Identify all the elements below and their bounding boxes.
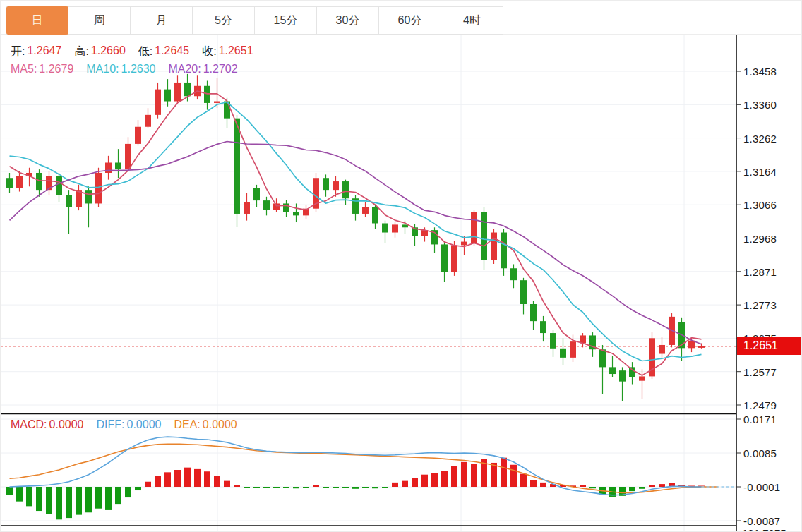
ma5-line [10,91,702,375]
candle-body [95,173,102,203]
candle-body [441,244,448,272]
candle-body [155,90,161,115]
macd-hist-bar [461,462,467,487]
candle-body [333,181,339,190]
candle-body [510,268,517,280]
candle-body [85,190,92,203]
macd-hist-bar [510,465,517,487]
legend-label: 收: [202,44,216,59]
timeframe-tab-bar: 日周月5分15分30分60分4时 [6,6,503,35]
macd-hist-bar [382,487,388,488]
macd-hist-bar [135,487,141,490]
price-axis-label: 1.3164 [743,165,777,177]
macd-hist-bar [639,487,645,489]
ohlc-legend-item: 收:1.2651 [202,44,253,59]
price-axis-label: 1.2577 [743,365,777,377]
ma20-line [10,142,702,344]
macd-hist-bar [362,487,369,488]
candle-body [471,212,477,243]
candle-body [560,349,566,358]
legend-label: MACD: [11,418,47,431]
candle-body [372,207,378,223]
price-axis-label: 1.2871 [743,265,777,277]
candle-body [698,346,705,348]
macd-legend-item: DEA:0.0000 [174,418,237,431]
macd-hist-bar [431,473,438,487]
macd-axis-label: 0.0085 [743,447,777,459]
candle-body [174,83,181,102]
macd-hist-bar [293,487,299,488]
macd-hist-bar [244,487,250,488]
macd-hist-bar [6,487,13,495]
macd-legend-item: MACD:0.0000 [11,418,84,431]
candle-body [125,144,131,169]
candle-body [382,223,388,232]
tab-timeframe-2[interactable]: 周 [68,7,131,34]
price-axis-label: 1.3262 [743,132,777,144]
candle-body [619,370,626,381]
macd-hist-bar [659,484,665,487]
legend-value: 0.0000 [203,418,237,431]
tab-timeframe-6[interactable]: 30分 [317,7,379,34]
candle-body [66,195,72,207]
legend-value: 1.2630 [121,63,156,75]
legend-label: DEA: [174,418,200,431]
ohlc-legend-item: 高:1.2660 [74,44,125,59]
macd-hist-bar [392,483,398,487]
macd-hist-bar [629,487,635,491]
macd-hist-bar [313,485,319,487]
legend-label: 低: [138,44,152,59]
macd-hist-bar [164,472,171,487]
price-axis-label: 1.2773 [743,299,777,311]
candle-body [234,119,240,214]
candle-body [283,203,289,212]
candle-body [135,127,141,144]
macd-axis-label: 0.0171 [743,413,777,425]
tab-timeframe-8[interactable]: 4时 [441,7,503,34]
macd-hist-bar [441,471,448,487]
macd-hist-bar [105,487,112,510]
chart-area[interactable] [1,1,802,532]
tab-timeframe-4[interactable]: 5分 [193,7,255,34]
legend-value: 1.2679 [39,63,73,75]
macd-hist-bar [194,469,200,487]
macd-hist-bar [352,487,359,489]
clipped-bottom-axis-label: 121.7975 [742,527,786,532]
macd-hist-bar [145,482,151,487]
macd-legend-item: DIFF:0.0000 [97,418,162,431]
ohlc-legend: 开:1.2647高:1.2660低:1.2645收:1.2651 [11,44,266,59]
candle-body [214,102,220,103]
macd-hist-bar [520,474,527,487]
macd-hist-bar [342,487,349,488]
macd-hist-bar [263,487,270,488]
macd-hist-bar [491,463,497,487]
price-axis-label: 1.3360 [743,99,777,111]
tab-timeframe-3[interactable]: 月 [131,7,193,34]
candle-body [16,176,23,188]
candle-body [451,245,457,272]
candle-body [461,242,467,246]
macd-hist-bar [253,487,260,488]
macd-axis-label: -0.0001 [743,481,780,493]
tab-timeframe-5[interactable]: 15分 [255,7,317,34]
candle-body [550,333,556,349]
candle-body [263,200,270,210]
tab-timeframe-7[interactable]: 60分 [379,7,441,34]
tab-timeframe-1[interactable]: 日 [6,6,68,35]
price-axis-label: 1.3066 [743,199,777,211]
candle-body [540,321,546,333]
macd-axis-label: -0.0087 [743,515,780,527]
candle-body [342,181,349,198]
candle-body [56,176,62,195]
legend-value: 0.0000 [49,418,84,431]
macd-hist-bar [471,464,477,487]
candle-body [253,188,260,200]
price-axis-label: 1.2479 [743,399,777,411]
macd-hist-bar [412,478,418,487]
legend-value: 0.0000 [127,418,162,431]
candle-body [323,178,329,190]
candle-body [402,224,408,227]
macd-hist-bar [501,458,507,487]
candle-body [481,212,487,260]
ohlc-legend-item: 低:1.2645 [138,44,189,59]
